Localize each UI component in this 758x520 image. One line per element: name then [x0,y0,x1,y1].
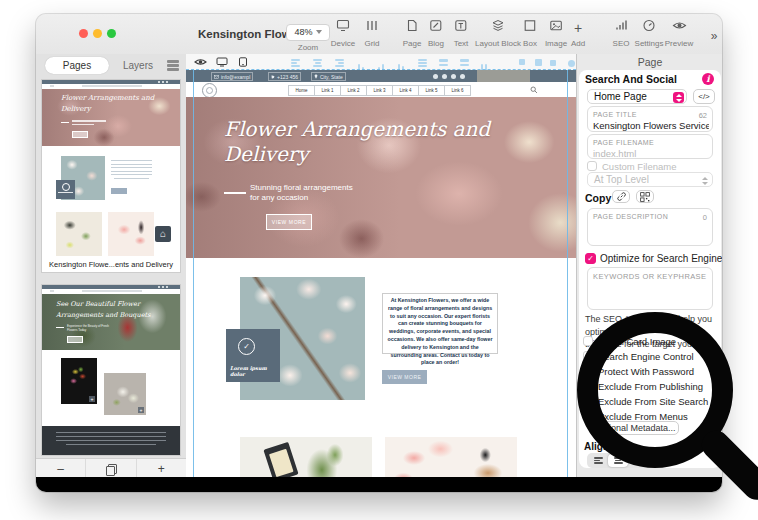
hero-subtitle: Stunning floral arrangements for any occ… [250,183,353,203]
thumb1-image-petals [108,212,154,256]
distribute-horizontal-icon[interactable] [418,58,429,67]
tablet-device-icon[interactable] [238,57,248,67]
nav-link-1[interactable]: Link 1 [314,85,341,96]
desktop-device-icon[interactable] [216,57,228,67]
duplicate-page-button[interactable] [86,459,136,478]
zoom-window-button[interactable] [107,29,116,38]
about-paragraph[interactable]: At Kensington Flowers, we offer a wide r… [382,293,498,354]
minimize-button[interactable] [93,29,102,38]
align-middle-icon[interactable] [376,58,387,67]
thumb2-dark-section [42,426,180,455]
code-button[interactable]: </> [693,89,715,104]
copy-link-button[interactable] [612,190,630,203]
link-icon [616,191,627,202]
optimize-label: Optimize for Search Engines [600,253,722,264]
social-icon-1[interactable] [433,74,438,79]
align-left-icon[interactable] [291,58,302,67]
thumb2-hero-image: See Our Beautiful Flower Arrangements an… [42,294,180,350]
nav-link-6[interactable]: Link 6 [444,85,471,96]
visibility-eye-icon[interactable] [194,57,207,67]
thumb2-image-bouquet-white: + [104,373,146,415]
thumb1-image-flatlay [56,212,102,256]
nav-link-3[interactable]: Link 3 [366,85,393,96]
topbar-location[interactable]: City, State [311,72,346,81]
align-right-icon[interactable] [333,58,344,67]
topbar-phone[interactable]: +123 456 [268,72,301,81]
thumb2-hero-button [67,336,83,343]
site-topbar[interactable]: info@exampl +123 456 City, State [186,70,576,82]
page-title-count: 62 [699,111,707,120]
site-logo[interactable] [202,83,217,98]
thumb1-hero-subline1 [72,120,106,122]
thumb1-overlay-card [56,180,75,199]
screenshot-stage: Kensington Flowers 48% Zoom Device Grid … [0,0,758,520]
keywords-field[interactable]: KEYWORDS OR KEYPHRASE [587,267,713,310]
align-bottom-icon[interactable] [396,58,407,67]
close-button[interactable] [79,29,88,38]
optimize-checkbox[interactable]: ✓ [585,253,596,264]
bring-forward-icon[interactable] [516,58,527,67]
page-filename-label: PAGE FILENAME [593,139,654,146]
tab-layers[interactable]: Layers [115,57,161,74]
view-toggle-icon[interactable] [167,60,179,71]
about-view-more-button[interactable]: VIEW MORE [382,370,427,384]
copy-qr-button[interactable] [636,190,654,203]
topbar-email-text: info@exampl [221,74,250,80]
bring-front-icon[interactable] [533,58,544,67]
add-page-button[interactable]: + [137,459,186,478]
page-description-label: PAGE DESCRIPTION [593,213,668,220]
page-description-field[interactable]: PAGE DESCRIPTION 0 [587,208,713,246]
pin-edges-icon[interactable] [481,58,492,67]
custom-filename-checkbox[interactable] [587,161,597,171]
location-pin-icon [314,74,318,79]
nav-link-2[interactable]: Link 2 [340,85,367,96]
gallery-image-petals[interactable] [385,437,517,477]
hero-subtitle-line2: for any occasion [250,193,353,203]
hero-section[interactable]: Flower Arrangements and Delivery Stunnin… [186,97,576,258]
social-icon-2[interactable] [442,74,447,79]
social-icon-4[interactable] [460,74,465,79]
align-center-icon[interactable] [312,58,323,67]
page-description-count: 0 [703,213,707,222]
phone-icon [271,75,275,79]
send-backward-icon[interactable] [550,58,561,67]
toolbar-more[interactable]: » [684,26,722,44]
website-page: info@exampl +123 456 City, State Home Li… [186,70,576,477]
plus-badge-icon: + [89,396,95,402]
nav-link-5[interactable]: Link 5 [418,85,445,96]
remove-page-button[interactable]: – [36,459,86,478]
distribute-vertical-icon[interactable] [439,58,450,67]
page-thumbnail-second[interactable]: See Our Beautiful Flower Arrangements an… [42,285,180,455]
page-title-label: PAGE TITLE [593,111,637,118]
sidebar: Pages Layers Flower Arrangements and Del… [36,54,187,477]
pages-copy-icon [106,464,116,474]
nav-link-4[interactable]: Link 4 [392,85,419,96]
copy-label: Copy [585,192,611,204]
align-left-option[interactable] [588,454,608,467]
hero-view-more-button[interactable]: VIEW MORE [266,214,312,230]
thumb1-label: Kensington Flowe...ents and Delivery [42,256,180,272]
hero-subtitle-line1: Stunning floral arrangements [250,183,353,193]
info-icon[interactable]: i [702,73,714,85]
topbar-selected-block[interactable] [477,70,530,82]
plus-icon: + [158,462,165,476]
align-top-icon[interactable] [356,58,367,67]
tab-pages[interactable]: Pages [45,57,109,74]
about-overlay-card[interactable]: ✓ Lorem ipsum dolor [226,329,280,382]
level-select-value: At Top Level [594,174,649,185]
nav-link-home[interactable]: Home [288,85,315,96]
page-select[interactable]: Home Page [587,89,687,104]
hero-title-line1: Flower Arrangements and [224,117,490,142]
page-thumbnail-home[interactable]: Flower Arrangements and Delivery [42,80,180,272]
level-select[interactable]: At Top Level [587,172,713,187]
gallery-image-notebook[interactable] [240,437,372,477]
nav-search-icon[interactable] [530,86,538,94]
home-page-badge: ⌂ [155,226,171,242]
page-title-field[interactable]: PAGE TITLE 62 Kensington Flowers Service… [587,106,713,132]
spacing-icon[interactable] [460,58,471,67]
thumb1-view-more-button [111,188,127,194]
qr-code-icon [640,192,650,202]
topbar-email[interactable]: info@exampl [211,72,253,81]
page-filename-field[interactable]: PAGE FILENAME index.html [587,134,713,159]
social-icon-3[interactable] [451,74,456,79]
